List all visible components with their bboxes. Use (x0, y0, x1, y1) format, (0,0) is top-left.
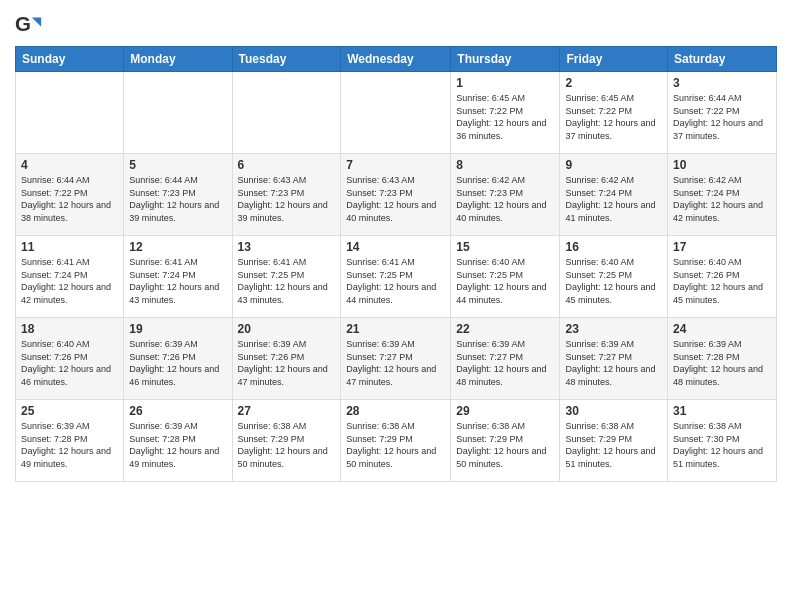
calendar-cell: 18Sunrise: 6:40 AM Sunset: 7:26 PM Dayli… (16, 318, 124, 400)
day-info: Sunrise: 6:39 AM Sunset: 7:28 PM Dayligh… (673, 338, 771, 388)
calendar-cell: 10Sunrise: 6:42 AM Sunset: 7:24 PM Dayli… (668, 154, 777, 236)
calendar-cell: 5Sunrise: 6:44 AM Sunset: 7:23 PM Daylig… (124, 154, 232, 236)
calendar-table: SundayMondayTuesdayWednesdayThursdayFrid… (15, 46, 777, 482)
day-number: 29 (456, 404, 554, 418)
day-info: Sunrise: 6:38 AM Sunset: 7:30 PM Dayligh… (673, 420, 771, 470)
calendar-cell: 27Sunrise: 6:38 AM Sunset: 7:29 PM Dayli… (232, 400, 341, 482)
day-info: Sunrise: 6:40 AM Sunset: 7:25 PM Dayligh… (456, 256, 554, 306)
day-info: Sunrise: 6:40 AM Sunset: 7:25 PM Dayligh… (565, 256, 662, 306)
calendar-cell: 14Sunrise: 6:41 AM Sunset: 7:25 PM Dayli… (341, 236, 451, 318)
calendar-cell (232, 72, 341, 154)
day-info: Sunrise: 6:39 AM Sunset: 7:26 PM Dayligh… (129, 338, 226, 388)
day-number: 10 (673, 158, 771, 172)
calendar-week-2: 4Sunrise: 6:44 AM Sunset: 7:22 PM Daylig… (16, 154, 777, 236)
svg-marker-1 (32, 17, 41, 26)
day-number: 7 (346, 158, 445, 172)
day-number: 28 (346, 404, 445, 418)
day-number: 11 (21, 240, 118, 254)
day-info: Sunrise: 6:45 AM Sunset: 7:22 PM Dayligh… (565, 92, 662, 142)
day-number: 21 (346, 322, 445, 336)
calendar-cell: 2Sunrise: 6:45 AM Sunset: 7:22 PM Daylig… (560, 72, 668, 154)
calendar-week-3: 11Sunrise: 6:41 AM Sunset: 7:24 PM Dayli… (16, 236, 777, 318)
day-number: 18 (21, 322, 118, 336)
calendar-week-5: 25Sunrise: 6:39 AM Sunset: 7:28 PM Dayli… (16, 400, 777, 482)
day-header-sunday: Sunday (16, 47, 124, 72)
day-info: Sunrise: 6:41 AM Sunset: 7:24 PM Dayligh… (129, 256, 226, 306)
logo-icon: G (15, 10, 43, 38)
calendar-cell: 26Sunrise: 6:39 AM Sunset: 7:28 PM Dayli… (124, 400, 232, 482)
day-number: 13 (238, 240, 336, 254)
calendar-cell (341, 72, 451, 154)
calendar-cell: 4Sunrise: 6:44 AM Sunset: 7:22 PM Daylig… (16, 154, 124, 236)
day-number: 16 (565, 240, 662, 254)
day-info: Sunrise: 6:40 AM Sunset: 7:26 PM Dayligh… (673, 256, 771, 306)
day-number: 12 (129, 240, 226, 254)
calendar-cell: 19Sunrise: 6:39 AM Sunset: 7:26 PM Dayli… (124, 318, 232, 400)
day-number: 1 (456, 76, 554, 90)
day-info: Sunrise: 6:43 AM Sunset: 7:23 PM Dayligh… (238, 174, 336, 224)
day-info: Sunrise: 6:39 AM Sunset: 7:28 PM Dayligh… (129, 420, 226, 470)
calendar-cell: 24Sunrise: 6:39 AM Sunset: 7:28 PM Dayli… (668, 318, 777, 400)
day-header-thursday: Thursday (451, 47, 560, 72)
day-number: 17 (673, 240, 771, 254)
day-number: 5 (129, 158, 226, 172)
day-number: 3 (673, 76, 771, 90)
day-header-friday: Friday (560, 47, 668, 72)
calendar-cell: 15Sunrise: 6:40 AM Sunset: 7:25 PM Dayli… (451, 236, 560, 318)
day-number: 27 (238, 404, 336, 418)
day-number: 26 (129, 404, 226, 418)
day-header-monday: Monday (124, 47, 232, 72)
page: G SundayMondayTuesdayWednesdayThursdayFr… (0, 0, 792, 612)
day-number: 19 (129, 322, 226, 336)
day-number: 4 (21, 158, 118, 172)
day-info: Sunrise: 6:39 AM Sunset: 7:28 PM Dayligh… (21, 420, 118, 470)
day-number: 9 (565, 158, 662, 172)
day-info: Sunrise: 6:45 AM Sunset: 7:22 PM Dayligh… (456, 92, 554, 142)
calendar-cell (16, 72, 124, 154)
calendar-cell: 25Sunrise: 6:39 AM Sunset: 7:28 PM Dayli… (16, 400, 124, 482)
calendar-cell: 3Sunrise: 6:44 AM Sunset: 7:22 PM Daylig… (668, 72, 777, 154)
day-number: 15 (456, 240, 554, 254)
calendar-cell (124, 72, 232, 154)
day-info: Sunrise: 6:39 AM Sunset: 7:27 PM Dayligh… (346, 338, 445, 388)
svg-text:G: G (15, 12, 31, 35)
day-number: 22 (456, 322, 554, 336)
calendar-cell: 17Sunrise: 6:40 AM Sunset: 7:26 PM Dayli… (668, 236, 777, 318)
day-header-tuesday: Tuesday (232, 47, 341, 72)
day-info: Sunrise: 6:38 AM Sunset: 7:29 PM Dayligh… (346, 420, 445, 470)
day-info: Sunrise: 6:39 AM Sunset: 7:27 PM Dayligh… (456, 338, 554, 388)
logo: G (15, 10, 47, 38)
day-number: 24 (673, 322, 771, 336)
day-number: 20 (238, 322, 336, 336)
day-number: 2 (565, 76, 662, 90)
day-info: Sunrise: 6:42 AM Sunset: 7:23 PM Dayligh… (456, 174, 554, 224)
calendar-cell: 28Sunrise: 6:38 AM Sunset: 7:29 PM Dayli… (341, 400, 451, 482)
day-info: Sunrise: 6:42 AM Sunset: 7:24 PM Dayligh… (565, 174, 662, 224)
day-info: Sunrise: 6:44 AM Sunset: 7:22 PM Dayligh… (21, 174, 118, 224)
day-header-wednesday: Wednesday (341, 47, 451, 72)
day-info: Sunrise: 6:39 AM Sunset: 7:26 PM Dayligh… (238, 338, 336, 388)
header: G (15, 10, 777, 38)
day-info: Sunrise: 6:39 AM Sunset: 7:27 PM Dayligh… (565, 338, 662, 388)
day-info: Sunrise: 6:38 AM Sunset: 7:29 PM Dayligh… (456, 420, 554, 470)
day-number: 8 (456, 158, 554, 172)
calendar-cell: 1Sunrise: 6:45 AM Sunset: 7:22 PM Daylig… (451, 72, 560, 154)
calendar-header-row: SundayMondayTuesdayWednesdayThursdayFrid… (16, 47, 777, 72)
calendar-cell: 29Sunrise: 6:38 AM Sunset: 7:29 PM Dayli… (451, 400, 560, 482)
day-info: Sunrise: 6:41 AM Sunset: 7:25 PM Dayligh… (346, 256, 445, 306)
calendar-cell: 13Sunrise: 6:41 AM Sunset: 7:25 PM Dayli… (232, 236, 341, 318)
day-info: Sunrise: 6:42 AM Sunset: 7:24 PM Dayligh… (673, 174, 771, 224)
day-number: 6 (238, 158, 336, 172)
calendar-cell: 6Sunrise: 6:43 AM Sunset: 7:23 PM Daylig… (232, 154, 341, 236)
day-info: Sunrise: 6:40 AM Sunset: 7:26 PM Dayligh… (21, 338, 118, 388)
day-header-saturday: Saturday (668, 47, 777, 72)
day-number: 31 (673, 404, 771, 418)
day-info: Sunrise: 6:38 AM Sunset: 7:29 PM Dayligh… (238, 420, 336, 470)
calendar-cell: 12Sunrise: 6:41 AM Sunset: 7:24 PM Dayli… (124, 236, 232, 318)
day-number: 14 (346, 240, 445, 254)
day-info: Sunrise: 6:38 AM Sunset: 7:29 PM Dayligh… (565, 420, 662, 470)
day-info: Sunrise: 6:44 AM Sunset: 7:22 PM Dayligh… (673, 92, 771, 142)
calendar-cell: 22Sunrise: 6:39 AM Sunset: 7:27 PM Dayli… (451, 318, 560, 400)
calendar-cell: 30Sunrise: 6:38 AM Sunset: 7:29 PM Dayli… (560, 400, 668, 482)
calendar-week-4: 18Sunrise: 6:40 AM Sunset: 7:26 PM Dayli… (16, 318, 777, 400)
